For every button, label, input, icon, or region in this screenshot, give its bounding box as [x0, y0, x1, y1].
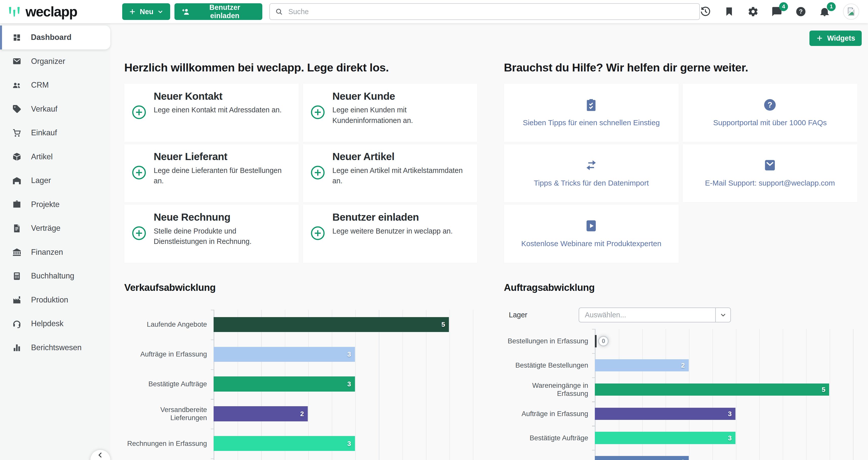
calculator-icon: [12, 271, 22, 281]
sidebar-item-crm[interactable]: CRM: [0, 73, 110, 97]
sidebar-item-berichtswesen[interactable]: Berichtswesen: [0, 336, 110, 360]
topbar-icons: 4 ? 1: [700, 3, 868, 20]
chart-bar-value: 5: [822, 386, 825, 394]
chat-icon[interactable]: 4: [771, 6, 782, 17]
widgets-button-label: Widgets: [827, 34, 855, 42]
video-play-icon: [584, 219, 598, 233]
welcome-heading: Herzlich willkommen bei weclapp. Lege di…: [124, 61, 479, 74]
chart-category-label: Versandbereite Lieferungen: [124, 406, 214, 422]
sidebar-item-label: Lager: [31, 176, 51, 185]
sidebar-item-label: Helpdesk: [31, 319, 63, 328]
weclapp-logo[interactable]: weclapp: [0, 3, 110, 20]
quick-action-cards: Neuer Kontakt Lege einen Kontakt mit Adr…: [124, 84, 479, 263]
chart-row: Bestätigte Bestellungen2: [504, 353, 865, 377]
chart-zero-badge: 0: [598, 336, 609, 346]
sidebar-item-vertraege[interactable]: Verträge: [0, 216, 110, 240]
plus-icon: [129, 8, 136, 16]
chart-row: Aufträge in Erfassung3: [504, 402, 865, 426]
sidebar-item-label: CRM: [31, 81, 49, 90]
briefcase-icon: [12, 200, 22, 209]
chart-row: Bestätigte Aufträge3: [124, 369, 479, 399]
chart-category-label: Wareneingänge in Erfassung: [504, 381, 595, 398]
chart-plot-cell: 3: [214, 436, 477, 451]
sidebar-item-verkauf[interactable]: Verkauf: [0, 97, 110, 121]
sidebar-item-label: Verträge: [31, 224, 60, 233]
mail-icon: [763, 158, 777, 172]
help-tile-supportportal[interactable]: ? Supportportal mit über 1000 FAQs: [683, 84, 858, 142]
transfer-arrows-icon: [584, 158, 598, 172]
card-neuer-artikel[interactable]: Neuer Artikel Lege einen Artikel mit Art…: [303, 144, 477, 203]
sidebar-item-buchhaltung[interactable]: Buchhaltung: [0, 264, 110, 288]
card-neuer-kontakt[interactable]: Neuer Kontakt Lege einen Kontakt mit Adr…: [124, 84, 299, 142]
card-description: Lege einen Kunden mit Kundeninformatione…: [333, 105, 469, 126]
plus-circle-icon: [310, 165, 325, 180]
svg-text:?: ?: [799, 8, 803, 15]
people-icon: [12, 81, 22, 90]
card-neuer-lieferant[interactable]: Neuer Lieferant Lege deine Lieferanten f…: [124, 144, 299, 203]
help-section: Brauchst du Hilfe? Wir helfen dir gerne …: [504, 61, 862, 263]
bookmark-icon[interactable]: [723, 6, 735, 17]
contract-icon: [12, 224, 22, 233]
sidebar-item-produktion[interactable]: Produktion: [0, 288, 110, 312]
sidebar-item-artikel[interactable]: Artikel: [0, 145, 110, 169]
card-title: Neuer Lieferant: [154, 151, 290, 162]
sidebar-item-einkauf[interactable]: Einkauf: [0, 121, 110, 145]
sidebar-item-finanzen[interactable]: Finanzen: [0, 240, 110, 264]
card-benutzer-einladen[interactable]: Benutzer einladen Lege weitere Benutzer …: [303, 205, 477, 263]
chevron-down-icon: [715, 308, 730, 322]
bar-chart-icon: [12, 343, 22, 352]
chart-plot-cell: 2: [595, 359, 858, 371]
help-link-label: Kostenlose Webinare mit Produktexperten: [521, 239, 661, 249]
card-description: Stelle deine Produkte und Dienstleistung…: [154, 226, 290, 247]
help-heading: Brauchst du Hilfe? Wir helfen dir gerne …: [504, 61, 862, 74]
lager-select-value: Auswählen...: [579, 308, 715, 322]
sidebar-item-helpdesk[interactable]: Helpdesk: [0, 312, 110, 336]
help-tile-email-support[interactable]: E-Mail Support: support@weclapp.com: [683, 144, 858, 203]
help-icon[interactable]: ?: [795, 6, 806, 17]
new-button[interactable]: Neu: [122, 3, 170, 20]
sidebar-item-projekte[interactable]: Projekte: [0, 193, 110, 217]
chart-bar-value: 2: [681, 458, 685, 460]
card-title: Neuer Artikel: [333, 151, 469, 162]
card-title: Neuer Kunde: [333, 90, 469, 102]
lager-select[interactable]: Auswählen...: [579, 307, 731, 323]
help-tile-tipps-einstieg[interactable]: Sieben Tipps für einen schnellen Einstie…: [504, 84, 679, 142]
chart-plot-cell: 3: [214, 347, 477, 362]
sidebar-item-organizer[interactable]: Organizer: [0, 50, 110, 73]
search-input[interactable]: [287, 7, 694, 16]
new-button-label: Neu: [140, 7, 154, 16]
user-avatar[interactable]: [843, 3, 859, 20]
sidebar-item-dashboard[interactable]: Dashboard: [0, 26, 110, 50]
chart-row: Laufende Angebote5: [124, 310, 479, 340]
chevron-left-icon: [96, 451, 104, 459]
help-link-label: Supportportal mit über 1000 FAQs: [713, 118, 827, 128]
chart-plot-cell: 5: [595, 384, 858, 396]
chart-bar-value: 3: [347, 439, 351, 448]
help-tile-datenimport[interactable]: Tipps & Tricks für den Datenimport: [504, 144, 679, 203]
chart-plot-cell: 2: [595, 456, 858, 460]
card-neuer-kunde[interactable]: Neuer Kunde Lege einen Kunden mit Kunden…: [303, 84, 477, 142]
history-icon[interactable]: [700, 6, 711, 17]
card-description: Lege deine Lieferanten für Bestellungen …: [154, 165, 290, 186]
widget-auftragsabwicklung: Auftragsabwicklung Lager Auswählen... Be…: [504, 282, 865, 460]
card-neue-rechnung[interactable]: Neue Rechnung Stelle deine Produkte und …: [124, 205, 299, 263]
chart-category-label: Bestätigte Aufträge: [504, 434, 595, 442]
warehouse-icon: [12, 176, 22, 185]
invite-user-button[interactable]: Benutzer einladen: [175, 3, 262, 20]
clipboard-check-icon: [584, 98, 598, 112]
sidebar-item-label: Artikel: [31, 152, 53, 161]
chart-plot-cell: 3: [214, 376, 477, 391]
notifications-bell-icon[interactable]: 1: [819, 6, 830, 17]
chart-title: Verkaufsabwicklung: [124, 282, 479, 293]
sidebar-item-lager[interactable]: Lager: [0, 168, 110, 193]
sidebar-item-label: Produktion: [31, 296, 68, 305]
add-widgets-button[interactable]: Widgets: [809, 31, 862, 46]
svg-text:?: ?: [768, 100, 772, 109]
plus-circle-icon: [131, 105, 147, 120]
chart-plot-cell: 3: [595, 432, 858, 444]
chart-plot-cell: 3: [595, 408, 858, 420]
settings-gear-icon[interactable]: [748, 6, 759, 17]
help-tile-webinare[interactable]: Kostenlose Webinare mit Produktexperten: [504, 205, 679, 263]
chart-category-label: Bestätigte Aufträge: [124, 380, 214, 388]
widget-verkaufsabwicklung: Verkaufsabwicklung Laufende Angebote5Auf…: [124, 282, 479, 459]
